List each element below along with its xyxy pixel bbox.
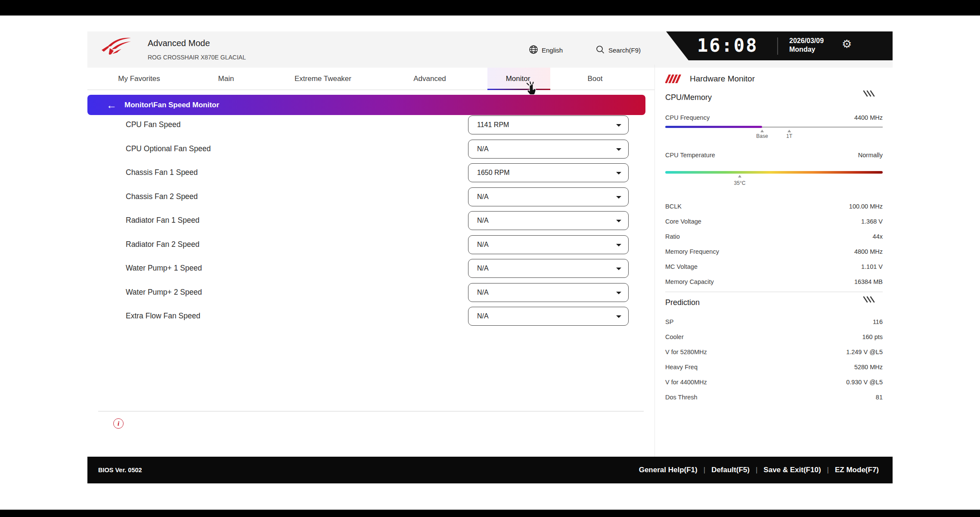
stat-value: 81 [876, 394, 883, 401]
chevron-down-icon [616, 172, 621, 174]
default-button[interactable]: Default(F5) [711, 466, 750, 474]
one-t-marker-icon [788, 130, 791, 132]
base-marker-icon [760, 130, 764, 132]
tab-main[interactable]: Main [218, 68, 234, 90]
chevron-down-icon [616, 315, 621, 318]
language-selector[interactable]: English [529, 45, 563, 56]
fan-value: N/A [477, 241, 489, 249]
fan-dropdown-water-pump-1[interactable]: N/A [468, 259, 629, 278]
chevron-down-icon [616, 148, 621, 151]
fan-dropdown-extra-flow-fan[interactable]: N/A [468, 307, 629, 326]
stat-label: Memory Frequency [665, 248, 719, 255]
chevron-down-icon [616, 196, 621, 199]
stat-label: SP [665, 318, 673, 325]
fan-label: Water Pump+ 2 Speed [126, 283, 202, 302]
search-label: Search(F9) [608, 47, 641, 54]
fan-label: Chassis Fan 2 Speed [126, 187, 198, 206]
top-letterbox [0, 0, 980, 16]
stat-value: 160 pts [862, 333, 883, 340]
board-name: ROG CROSSHAIR X870E GLACIAL [148, 54, 246, 61]
bios-version: BIOS Ver. 0502 [98, 467, 142, 473]
fan-value: N/A [477, 217, 489, 224]
mode-title: Advanced Mode [148, 38, 210, 48]
temp-marker-icon [738, 175, 741, 178]
tab-underline [87, 90, 655, 90]
clock-date: 2026/03/09 [789, 37, 824, 45]
search-icon [595, 45, 605, 56]
sidebar-section-divider [665, 292, 883, 292]
chevron-down-icon [616, 292, 621, 294]
fan-dropdown-radiator-fan-2[interactable]: N/A [468, 235, 629, 254]
cpu-temperature-gradient-bar [665, 171, 883, 174]
stat-value: 4800 MHz [854, 248, 883, 255]
stat-value: 5280 MHz [854, 364, 883, 371]
footer-actions: General Help(F1) | Default(F5) | Save & … [639, 466, 879, 474]
stat-value: 1.368 V [861, 218, 883, 225]
fan-label: Chassis Fan 1 Speed [126, 163, 198, 182]
clock-divider [777, 37, 778, 55]
tab-active-underline [487, 89, 550, 90]
sidebar-divider [654, 65, 655, 457]
stat-label: V for 4400MHz [665, 379, 707, 386]
fan-label: Water Pump+ 1 Speed [126, 258, 202, 277]
fan-label: Radiator Fan 1 Speed [126, 211, 199, 230]
cpu-frequency-value: 4400 MHz [854, 114, 883, 121]
chevron-down-icon [616, 268, 621, 270]
stat-value: 1.101 V [861, 263, 883, 270]
search-button[interactable]: Search(F9) [595, 45, 641, 56]
tab-my-favorites[interactable]: My Favorites [118, 68, 160, 90]
stat-label: MC Voltage [665, 263, 698, 270]
bios-screen: Advanced Mode ROG CROSSHAIR X870E GLACIA… [0, 0, 980, 517]
stat-value: 44x [873, 233, 883, 240]
fan-dropdown-chassis-fan-2[interactable]: N/A [468, 187, 629, 206]
breadcrumb-label: Monitor\Fan Speed Monitor [124, 101, 219, 109]
fan-value: 1141 RPM [477, 121, 509, 129]
fan-dropdown-water-pump-2[interactable]: N/A [468, 283, 629, 302]
stat-label: Ratio [665, 233, 680, 240]
general-help-button[interactable]: General Help(F1) [639, 466, 698, 474]
fan-value: N/A [477, 145, 489, 153]
ez-mode-button[interactable]: EZ Mode(F7) [835, 466, 879, 474]
stat-label: BCLK [665, 203, 682, 210]
separator: | [827, 466, 829, 474]
temp-marker-label: 35°C [734, 180, 746, 186]
stat-value: 16384 MB [854, 278, 883, 285]
stat-label: Core Voltage [665, 218, 701, 225]
back-arrow-icon[interactable]: ← [106, 100, 117, 110]
stat-value: 1.249 V @L5 [846, 349, 883, 355]
hardware-monitor-title: Hardware Monitor [690, 74, 755, 84]
globe-icon [529, 45, 538, 56]
language-label: English [542, 47, 563, 54]
stat-label: Memory Capacity [665, 278, 714, 285]
base-marker-label: Base [756, 133, 768, 139]
save-exit-button[interactable]: Save & Exit(F10) [763, 466, 821, 474]
fan-label: Radiator Fan 2 Speed [126, 235, 199, 254]
cpu-frequency-label: CPU Frequency [665, 114, 710, 121]
bottom-letterbox [0, 510, 980, 517]
collapse-slashes-icon[interactable] [860, 90, 876, 99]
clock-panel: 16:08 2026/03/09 Monday ⚙ [666, 31, 893, 60]
fan-dropdown-cpu-optional-fan[interactable]: N/A [468, 140, 629, 159]
red-stripes-icon [665, 75, 682, 83]
stat-value: 100.00 MHz [849, 203, 883, 210]
info-icon[interactable]: i [113, 418, 124, 429]
gear-icon[interactable]: ⚙ [842, 37, 852, 51]
fan-dropdown-radiator-fan-1[interactable]: N/A [468, 211, 629, 230]
footer-bar: BIOS Ver. 0502 General Help(F1) | Defaul… [87, 457, 893, 483]
clock-time: 16:08 [697, 35, 758, 56]
stat-value: 0.930 V @L5 [846, 379, 883, 386]
chevron-down-icon [616, 220, 621, 222]
stat-label: Cooler [665, 333, 684, 340]
tab-advanced[interactable]: Advanced [413, 68, 446, 90]
separator: | [704, 466, 705, 474]
fan-dropdown-chassis-fan-1[interactable]: 1650 RPM [468, 163, 629, 182]
section-prediction: Prediction [665, 298, 700, 307]
chevron-down-icon [616, 124, 621, 127]
breadcrumb: ← Monitor\Fan Speed Monitor [87, 95, 645, 115]
fan-dropdown-cpu-fan[interactable]: 1141 RPM [468, 115, 629, 134]
chevron-down-icon [616, 244, 621, 246]
tab-boot[interactable]: Boot [588, 68, 603, 90]
tab-extreme-tweaker[interactable]: Extreme Tweaker [295, 68, 351, 90]
rog-logo-icon [98, 35, 132, 59]
collapse-slashes-icon[interactable] [860, 296, 876, 305]
